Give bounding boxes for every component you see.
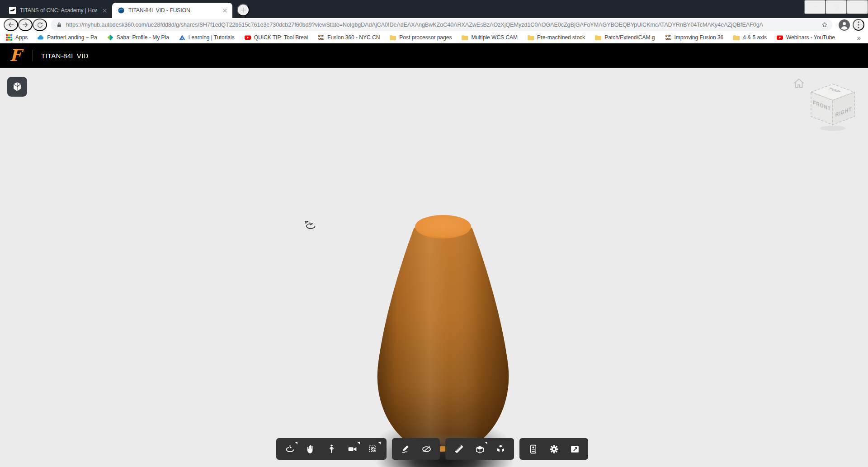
orbit-button[interactable] [281, 441, 299, 457]
browser-menu-button[interactable] [853, 19, 864, 31]
camera-button[interactable] [343, 441, 361, 457]
back-icon [7, 21, 15, 29]
bookmark-label: Learning | Tutorials [189, 34, 235, 41]
bookmark-star-button[interactable] [819, 19, 830, 30]
bookmark-label: Improving Fusion 36 [675, 34, 724, 41]
fullscreen-icon [569, 444, 580, 455]
padlock-icon [56, 22, 62, 28]
zoom-window-icon [368, 444, 379, 455]
bookmark-item[interactable]: Pre-machined stock [527, 34, 585, 41]
measure-icon [453, 444, 465, 455]
model-browser-toggle-button[interactable] [7, 77, 27, 97]
profile-avatar[interactable] [839, 19, 850, 31]
autodesk-a-icon [179, 34, 186, 41]
viewcube-shadow [820, 126, 845, 131]
nyc-cnc-icon: NYCCNC [665, 34, 672, 41]
viewcube[interactable]: TOP FRONT RIGHT [805, 79, 861, 135]
youtube-icon [244, 34, 251, 41]
person-icon [839, 19, 850, 31]
settings-button[interactable] [545, 441, 563, 457]
tool-group [392, 438, 440, 460]
bookmark-item[interactable]: PartnerLanding ~ Pa [37, 34, 97, 41]
bookmark-item[interactable]: 4 & 5 axis [733, 34, 767, 41]
zoom-window-button[interactable] [364, 441, 382, 457]
folder-icon [733, 34, 740, 41]
home-view-button[interactable] [792, 77, 806, 90]
browser-tab[interactable]: TITAN-84L VID - FUSION [112, 3, 232, 18]
camera-icon [347, 444, 358, 455]
browser-titlebar: TITANS of CNC: Academy | How tTITAN-84L … [0, 0, 868, 18]
svg-text:F: F [9, 47, 24, 65]
browser-tab[interactable]: TITANS of CNC: Academy | How t [4, 3, 112, 18]
bookmark-item[interactable]: Apps [5, 34, 28, 41]
cloud-icon [37, 34, 44, 41]
titans-cnc-favicon [9, 7, 16, 14]
viewport-canvas[interactable]: TOP FRONT RIGHT [0, 68, 868, 467]
bookmarks-list: AppsPartnerLanding ~ PaSaba: Profile - M… [5, 34, 835, 41]
tab-close-button[interactable] [221, 7, 229, 14]
refresh-button[interactable] [33, 19, 47, 31]
document-title: TITAN-84L VID [41, 52, 89, 60]
refresh-icon [36, 21, 44, 29]
bookmarks-overflow-chevron[interactable]: » [857, 34, 863, 42]
bookmark-item[interactable]: Multiple WCS CAM [461, 34, 518, 41]
restore-icon [834, 5, 839, 10]
hide-icon [421, 444, 432, 455]
tool-group [519, 438, 588, 460]
pan-button[interactable] [302, 441, 320, 457]
address-bar[interactable]: https://myhub.autodesk360.com/ue28fdd8d/… [51, 19, 832, 31]
flyout-arrow [485, 442, 487, 444]
fullscreen-button[interactable] [566, 441, 584, 457]
star-icon [821, 21, 828, 28]
bookmark-label: Pre-machined stock [537, 34, 585, 41]
cube-icon [11, 81, 23, 93]
minimize-icon [812, 5, 817, 9]
back-button[interactable] [4, 19, 18, 31]
url-text: https://myhub.autodesk360.com/ue28fdd8d/… [66, 22, 819, 28]
measure-button[interactable] [450, 441, 468, 457]
orbit-icon [284, 444, 296, 455]
properties-button[interactable] [524, 441, 542, 457]
folder-icon [594, 34, 602, 41]
bookmark-item[interactable]: NYCCNCImproving Fusion 36 [665, 34, 724, 41]
hide-button[interactable] [417, 441, 435, 457]
bookmark-label: Fusion 360 - NYC CN [327, 34, 380, 41]
kebab-menu-icon [858, 21, 859, 28]
view-toolbar [276, 438, 588, 460]
close-window-button[interactable] [847, 0, 868, 14]
orbit-cursor-icon [302, 219, 319, 234]
tab-title: TITANS of CNC: Academy | How t [20, 7, 97, 14]
folder-icon [527, 34, 534, 41]
flyout-arrow [357, 442, 360, 444]
bookmark-label: Post processor pages [399, 34, 452, 41]
bookmark-item[interactable]: QUICK TIP: Tool Breal [244, 34, 308, 41]
bookmark-item[interactable]: Post processor pages [389, 34, 452, 41]
tab-close-button[interactable] [101, 7, 108, 14]
restore-button[interactable] [826, 0, 847, 14]
bookmark-label: Patch/Extend/CAM g [604, 34, 655, 41]
bookmark-item[interactable]: Webinars - YouTube [776, 34, 835, 41]
bookmark-item[interactable]: Patch/Extend/CAM g [594, 34, 655, 41]
bookmark-item[interactable]: NYCCNCFusion 360 - NYC CN [317, 34, 380, 41]
svg-text:NYC: NYC [665, 35, 671, 37]
nyc-cnc-icon: NYCCNC [317, 34, 325, 41]
section-analysis-button[interactable] [471, 441, 489, 457]
new-tab-button[interactable] [237, 4, 250, 16]
bookmark-item[interactable]: Saba: Profile - My Pla [107, 34, 169, 41]
bookmark-label: PartnerLanding ~ Pa [47, 34, 97, 41]
forward-button[interactable] [18, 19, 33, 31]
bookmark-label: Apps [15, 34, 28, 41]
bookmark-label: QUICK TIP: Tool Breal [254, 34, 308, 41]
first-person-button[interactable] [322, 441, 340, 457]
folder-icon [389, 34, 396, 41]
markup-button[interactable] [396, 441, 415, 457]
model-top-face [415, 215, 471, 238]
plus-icon [241, 7, 246, 13]
forward-icon [21, 21, 29, 29]
model-orange-cone [353, 208, 533, 467]
bookmark-item[interactable]: Learning | Tutorials [179, 34, 235, 41]
home-icon [792, 77, 806, 90]
explode-button[interactable] [491, 441, 509, 457]
minimize-button[interactable] [804, 0, 826, 14]
apps-grid-icon [5, 34, 13, 41]
